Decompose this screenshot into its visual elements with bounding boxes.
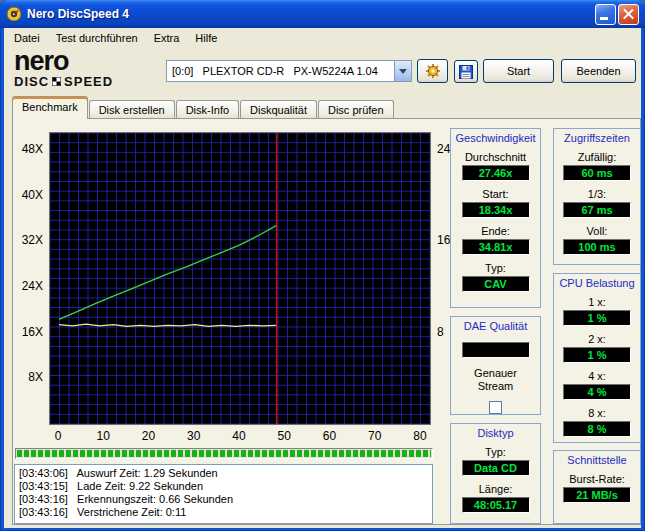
burst-rate-label: Burst-Rate: xyxy=(569,473,625,485)
axis-tick-label: 24 xyxy=(437,142,450,156)
app-window: Nero DiscSpeed 4 Datei Test durchführen … xyxy=(0,0,645,531)
tab-disk-erstellen[interactable]: Disk erstellen xyxy=(89,100,175,119)
axis-tick-label: 60 xyxy=(319,429,341,443)
disc-position-bar xyxy=(15,448,433,459)
panel-title: Geschwindigkeit xyxy=(455,132,535,144)
menu-datei[interactable]: Datei xyxy=(6,29,48,47)
tab-strip: Benchmark Disk erstellen Disk-Info Diskq… xyxy=(12,97,395,119)
panel-dae-qualitaet: DAE Qualität Genauer Stream xyxy=(450,316,541,415)
cpu-1x-label: 1 x: xyxy=(588,296,606,308)
axis-tick-label: 70 xyxy=(364,429,386,443)
client-area: Datei Test durchführen Extra Hilfe nero … xyxy=(4,28,641,528)
disc-length-label: Länge: xyxy=(479,483,513,495)
access-random-label: Zufällig: xyxy=(578,151,617,163)
log-line: [03:43:16] Verstrichene Zeit: 0:11 xyxy=(19,506,428,519)
start-button-label: Start xyxy=(507,65,530,77)
benchmark-chart xyxy=(49,132,431,425)
panel-title: DAE Qualität xyxy=(464,320,528,332)
tab-disk-info[interactable]: Disk-Info xyxy=(176,100,239,119)
log-line: [03:43:16] Erkennungszeit: 0.66 Sekunden xyxy=(19,493,428,506)
access-third-label: 1/3: xyxy=(588,188,606,200)
cpu-8x-label: 8 x: xyxy=(588,407,606,419)
save-icon xyxy=(459,65,473,79)
save-button[interactable] xyxy=(454,60,478,83)
chevron-down-icon xyxy=(399,69,407,74)
log-line: [03:43:15] Lade Zeit: 9.22 Sekunden xyxy=(19,480,428,493)
menu-hilfe[interactable]: Hilfe xyxy=(187,29,225,47)
access-full-label: Voll: xyxy=(587,225,608,237)
log-box[interactable]: [03:43:06] Auswurf Zeit: 1.29 Sekunden [… xyxy=(14,464,433,524)
panel-geschwindigkeit: Geschwindigkeit Durchschnitt 27.46x Star… xyxy=(450,128,541,308)
panel-schnittstelle: Schnittstelle Burst-Rate: 21 MB/s xyxy=(553,450,641,524)
access-random-value: 60 ms xyxy=(563,165,631,181)
speed-start-label: Start: xyxy=(482,188,508,200)
dae-quality-value xyxy=(462,342,530,358)
speed-avg-value: 27.46x xyxy=(462,165,530,181)
burst-rate-value: 21 MB/s xyxy=(563,487,631,503)
tab-diskqualitaet[interactable]: Diskqualität xyxy=(240,100,317,119)
log-line: [03:43:06] Auswurf Zeit: 1.29 Sekunden xyxy=(19,467,428,480)
menu-test-durchfuehren[interactable]: Test durchführen xyxy=(48,29,146,47)
tab-disc-pruefen[interactable]: Disc prüfen xyxy=(318,100,394,119)
cpu-4x-value: 4 % xyxy=(563,384,631,400)
speed-end-value: 34.81x xyxy=(462,239,530,255)
title-bar[interactable]: Nero DiscSpeed 4 xyxy=(0,0,645,28)
tab-benchmark[interactable]: Benchmark xyxy=(12,96,88,119)
logo-product-right: SPEED xyxy=(64,74,113,89)
panel-title: Schnittstelle xyxy=(567,454,626,466)
minimize-button[interactable] xyxy=(595,4,616,25)
drive-select-value: [0:0] PLEXTOR CD-R PX-W5224A 1.04 xyxy=(167,65,394,77)
speed-start-value: 18.34x xyxy=(462,202,530,218)
axis-tick-label: 24X xyxy=(13,279,43,293)
speed-type-label: Typ: xyxy=(485,262,506,274)
speed-end-label: Ende: xyxy=(481,225,510,237)
checker-icon xyxy=(52,77,61,86)
y-axis-left-labels: 48X40X32X24X16X8X xyxy=(15,132,45,425)
axis-tick-label: 0 xyxy=(47,429,69,443)
drive-select[interactable]: [0:0] PLEXTOR CD-R PX-W5224A 1.04 xyxy=(166,60,412,82)
axis-tick-label: 80 xyxy=(409,429,431,443)
nero-discspeed-logo: nero DISC SPEED xyxy=(14,48,144,92)
cpu-4x-label: 4 x: xyxy=(588,370,606,382)
disc-type-value: Data CD xyxy=(462,460,530,476)
access-full-value: 100 ms xyxy=(563,239,631,255)
window-title: Nero DiscSpeed 4 xyxy=(27,7,593,21)
axis-tick-label: 20 xyxy=(138,429,160,443)
panel-title: Disktyp xyxy=(477,427,513,439)
axis-tick-label: 30 xyxy=(183,429,205,443)
logo-product-left: DISC xyxy=(14,74,49,89)
disc-position-fill xyxy=(17,450,431,457)
quit-button-label: Beenden xyxy=(576,65,620,77)
x-axis-labels: 01020304050607080 xyxy=(49,429,431,443)
panel-disktyp: Disktyp Typ: Data CD Länge: 48:05.17 xyxy=(450,423,541,524)
panel-title: CPU Belastung xyxy=(559,277,634,289)
cpu-2x-label: 2 x: xyxy=(588,333,606,345)
axis-tick-label: 32X xyxy=(13,233,43,247)
panel-zugriffszeiten: Zugriffszeiten Zufällig: 60 ms 1/3: 67 m… xyxy=(553,128,641,265)
access-third-value: 67 ms xyxy=(563,202,631,218)
speed-avg-label: Durchschnitt xyxy=(465,151,526,163)
axis-tick-label: 8 xyxy=(437,325,444,339)
axis-tick-label: 40X xyxy=(13,188,43,202)
combo-dropdown-button[interactable] xyxy=(394,61,411,81)
options-button[interactable] xyxy=(417,59,448,83)
axis-tick-label: 50 xyxy=(273,429,295,443)
panel-title: Zugriffszeiten xyxy=(564,132,630,144)
close-button[interactable] xyxy=(618,4,639,25)
axis-tick-label: 10 xyxy=(92,429,114,443)
gear-icon xyxy=(425,63,441,79)
disc-length-value: 48:05.17 xyxy=(462,497,530,513)
axis-tick-label: 16 xyxy=(437,233,450,247)
cpu-8x-value: 8 % xyxy=(563,421,631,437)
axis-tick-label: 48X xyxy=(13,142,43,156)
genauer-stream-checkbox[interactable] xyxy=(489,401,502,414)
axis-tick-label: 40 xyxy=(228,429,250,443)
menu-extra[interactable]: Extra xyxy=(146,29,188,47)
start-button[interactable]: Start xyxy=(483,59,554,83)
axis-tick-label: 8X xyxy=(13,370,43,384)
menu-bar: Datei Test durchführen Extra Hilfe xyxy=(4,28,641,48)
app-icon xyxy=(6,6,22,22)
genauer-stream-label: Genauer Stream xyxy=(474,367,517,393)
cpu-2x-value: 1 % xyxy=(563,347,631,363)
quit-button[interactable]: Beenden xyxy=(561,59,636,83)
